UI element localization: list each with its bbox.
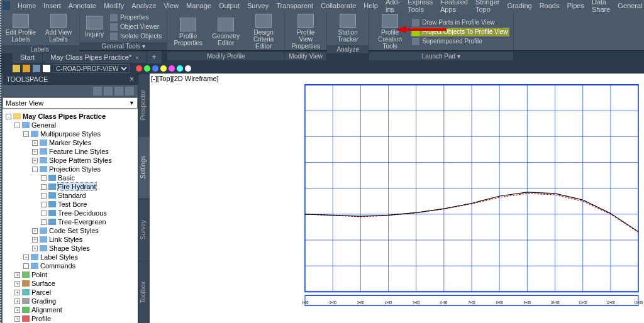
tree-node[interactable]: -Projection Styles: [4, 165, 136, 173]
pv-props-icon: [297, 14, 314, 28]
labels-icon: [13, 14, 29, 28]
tree-node[interactable]: Basic: [4, 173, 136, 182]
properties-button[interactable]: Properties: [109, 13, 163, 22]
tree-node[interactable]: -General: [4, 121, 136, 129]
panel-title-modify-view: Modify View: [285, 52, 326, 60]
panel-title-launch-pad[interactable]: Launch Pad ▾: [369, 52, 513, 60]
tree-node[interactable]: +Profile: [4, 314, 136, 323]
design-criteria-editor-button[interactable]: Design Criteria Editor: [247, 13, 280, 51]
profile-properties-button[interactable]: Profile Properties: [171, 16, 205, 48]
tool-icon[interactable]: [93, 87, 102, 96]
superimposed-profile-button[interactable]: Superimposed Profile: [411, 37, 509, 46]
geometry-editor-button[interactable]: Geometry Editor: [209, 16, 243, 48]
toolspace-panel: TOOLSPACE × Master View▼ -May Class Pipe…: [3, 74, 138, 323]
tree-node[interactable]: -Multipurpose Styles: [4, 129, 136, 138]
add-view-labels-button[interactable]: Add View Labels: [42, 13, 75, 44]
viewport-label[interactable]: [-][Top][2D Wireframe]: [151, 75, 219, 82]
tree-node[interactable]: Fire Hydrant: [4, 182, 136, 191]
swatch-red[interactable]: [136, 65, 142, 72]
station-tracker-button[interactable]: Station Tracker: [331, 13, 365, 44]
menu-item[interactable]: Roads: [536, 1, 564, 11]
tree-node[interactable]: +Grading: [4, 297, 136, 305]
tree-node[interactable]: +Code Set Styles: [4, 226, 136, 235]
close-icon[interactable]: ×: [130, 75, 134, 84]
profile-props-icon: [180, 18, 196, 31]
tree-node[interactable]: Commands: [4, 261, 136, 270]
tree-node[interactable]: +Parcel: [4, 288, 136, 297]
tree-node[interactable]: Tree-Deciduous: [4, 209, 136, 217]
toolspace-tab[interactable]: Toolbox: [138, 261, 150, 323]
menu-item[interactable]: Help: [360, 1, 382, 11]
close-icon[interactable]: ×: [135, 55, 138, 61]
panel-general-tools: Inquiry Properties Object Viewer Isolate…: [80, 11, 167, 50]
tab-start[interactable]: Start: [13, 52, 42, 63]
tree-node[interactable]: +Shape Styles: [4, 244, 136, 253]
project-objects-button[interactable]: Project Objects To Profile View: [411, 28, 509, 36]
menu-item[interactable]: Grading: [504, 1, 536, 11]
dock-handle[interactable]: [0, 0, 3, 323]
menu-item[interactable]: Data Share: [588, 0, 614, 14]
menu-item[interactable]: Insert: [40, 1, 65, 11]
tree-node[interactable]: +Alignment: [4, 305, 136, 314]
object-viewer-button[interactable]: Object Viewer: [109, 23, 163, 31]
profile-creation-tools-button[interactable]: Profile Creation Tools: [373, 13, 407, 51]
tree-node[interactable]: +Feature Line Styles: [4, 147, 136, 156]
tool-icon[interactable]: [104, 87, 113, 96]
menu-item[interactable]: View: [160, 1, 182, 11]
menu-item[interactable]: Survey: [243, 1, 272, 11]
menu-item[interactable]: Home: [14, 1, 40, 11]
menu-item[interactable]: General: [614, 1, 644, 11]
swatch-blue[interactable]: [152, 65, 158, 72]
isolate-objects-button[interactable]: Isolate Objects: [109, 32, 163, 41]
toolspace-tab[interactable]: Settings: [138, 136, 150, 198]
swatch-magenta[interactable]: [169, 65, 175, 72]
tree-node[interactable]: Test Bore: [4, 200, 136, 209]
menu-bar: HomeInsertAnnotateModifyAnalyzeViewManag…: [0, 0, 644, 11]
menu-item[interactable]: Collaborate: [317, 1, 360, 11]
square-icon[interactable]: [43, 65, 50, 72]
svg-text:12+00: 12+00: [606, 300, 615, 305]
menu-item[interactable]: Transparent: [272, 1, 317, 11]
tree-node[interactable]: +Link Styles: [4, 235, 136, 244]
tree-node[interactable]: Standard: [4, 191, 136, 200]
tree-node[interactable]: +Point: [4, 270, 136, 279]
edit-profile-labels-button[interactable]: Edit Profile Labels: [4, 13, 38, 44]
menu-item[interactable]: Manage: [182, 1, 215, 11]
layer-select[interactable]: C-ROAD-PROF-VIEW: [53, 64, 130, 73]
lock-icon[interactable]: [33, 65, 40, 72]
profile-view-properties-button[interactable]: Profile View Properties: [289, 13, 323, 51]
tool-icon[interactable]: [125, 87, 134, 96]
tool-icon[interactable]: [114, 87, 123, 96]
svg-text:10+00: 10+00: [551, 300, 560, 305]
menu-item[interactable]: Analyze: [128, 1, 160, 11]
sun-icon[interactable]: [23, 65, 30, 72]
menu-item[interactable]: Modify: [100, 1, 128, 11]
tab-file[interactable]: May Class Pipes Practice*×: [43, 52, 146, 63]
master-view-select[interactable]: Master View▼: [3, 97, 138, 109]
inquiry-button[interactable]: Inquiry: [84, 14, 105, 39]
tree-node[interactable]: +Surface: [4, 279, 136, 288]
draw-parts-button[interactable]: Draw Parts in Profile View: [411, 18, 509, 27]
menu-item[interactable]: Annotate: [65, 1, 100, 11]
swatch-green[interactable]: [144, 65, 150, 72]
tree-node[interactable]: +Slope Pattern Styles: [4, 156, 136, 165]
toolspace-tab[interactable]: Prospector: [138, 74, 150, 136]
menu-item[interactable]: Output: [215, 1, 243, 11]
swatch-cyan[interactable]: [177, 65, 183, 72]
swatch-yellow[interactable]: [160, 65, 167, 72]
tree-node[interactable]: +Label Styles: [4, 253, 136, 261]
drawing-viewport[interactable]: [-][Top][2D Wireframe] 1+002+003+004+005…: [150, 74, 644, 323]
tree-node[interactable]: -May Class Pipes Practice: [4, 112, 136, 121]
panel-title-general[interactable]: General Tools ▾: [80, 42, 167, 50]
toolspace-tabstrip: ProspectorSettingsSurveyToolbox: [138, 74, 150, 323]
tree-node[interactable]: Tree-Evergreen: [4, 217, 136, 226]
tree-node[interactable]: +Marker Styles: [4, 138, 136, 147]
settings-tree[interactable]: -May Class Pipes Practice-General-Multip…: [3, 109, 138, 323]
tab-add-button[interactable]: +: [147, 51, 162, 63]
swatch-white[interactable]: [185, 65, 191, 72]
toolspace-tab[interactable]: Survey: [138, 199, 150, 261]
layer-icon[interactable]: [13, 65, 20, 72]
menu-item[interactable]: Pipes: [563, 1, 588, 11]
inquiry-icon: [86, 16, 103, 30]
criteria-icon: [255, 14, 272, 28]
